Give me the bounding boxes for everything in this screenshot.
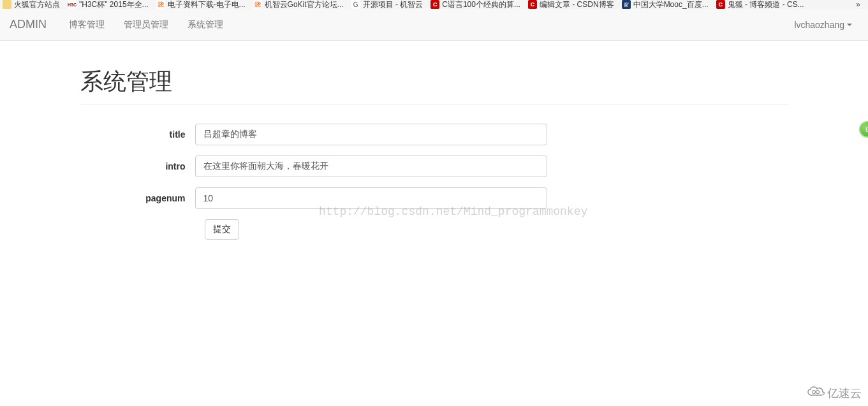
bookmark-item[interactable]: 烧 电子资料下载-电子电... bbox=[156, 0, 246, 9]
svg-point-1 bbox=[816, 391, 820, 394]
input-pagenum[interactable] bbox=[195, 187, 547, 209]
bookmark-label: 编辑文章 - CSDN博客 bbox=[540, 0, 614, 9]
label-pagenum: pagenum bbox=[80, 193, 195, 203]
bookmark-item[interactable]: 烧 机智云GoKit官方论坛... bbox=[253, 0, 344, 9]
bookmark-item[interactable]: 窗 中国大学Mooc_百度... bbox=[622, 0, 709, 9]
nav-blog-manage[interactable]: 博客管理 bbox=[59, 19, 114, 31]
form-group-pagenum: pagenum bbox=[80, 187, 788, 209]
nav-system-manage[interactable]: 系统管理 bbox=[178, 19, 233, 31]
chevron-down-icon bbox=[847, 24, 852, 26]
h3c-icon: H3C bbox=[68, 0, 77, 9]
bookmark-item[interactable]: G 开源项目 - 机智云 bbox=[351, 0, 423, 9]
bookmark-label: 电子资料下载-电子电... bbox=[168, 0, 246, 9]
form-group-title: title bbox=[80, 124, 788, 145]
label-intro: intro bbox=[80, 161, 195, 171]
bookmark-label: "H3C杯" 2015年全... bbox=[79, 0, 149, 9]
bookmarks-more[interactable]: » bbox=[856, 0, 865, 9]
blue-icon: 窗 bbox=[622, 0, 631, 9]
csdn-icon: C bbox=[528, 0, 537, 9]
bookmark-item[interactable]: C C语言100个经典的算... bbox=[430, 0, 520, 9]
input-intro[interactable] bbox=[195, 156, 547, 177]
gear-icon: G bbox=[351, 0, 360, 9]
csdn-icon: C bbox=[716, 0, 725, 9]
input-title[interactable] bbox=[195, 124, 547, 145]
folder-icon bbox=[3, 0, 11, 9]
bookmark-item[interactable]: 火狐官方站点 bbox=[3, 0, 60, 9]
edge-badge[interactable]: 6 bbox=[859, 121, 868, 138]
page-header: 系统管理 bbox=[80, 41, 788, 105]
form-group-intro: intro bbox=[80, 156, 788, 177]
main-container: 系统管理 title intro pagenum 提交 bbox=[71, 41, 798, 240]
user-dropdown[interactable]: lvchaozhang bbox=[794, 20, 858, 30]
submit-button[interactable]: 提交 bbox=[205, 219, 239, 240]
navbar: ADMIN 博客管理 管理员管理 系统管理 lvchaozhang bbox=[0, 9, 868, 41]
site-logo-text: 亿速云 bbox=[827, 386, 862, 401]
bookmark-label: 开源项目 - 机智云 bbox=[363, 0, 423, 9]
csdn-icon: C bbox=[430, 0, 439, 9]
bookmarks-bar: 火狐官方站点 H3C "H3C杯" 2015年全... 烧 电子资料下载-电子电… bbox=[0, 0, 868, 9]
user-name: lvchaozhang bbox=[794, 20, 844, 30]
bookmark-label: 火狐官方站点 bbox=[14, 0, 60, 9]
bookmark-label: 中国大学Mooc_百度... bbox=[633, 0, 709, 9]
bookmark-item[interactable]: C 鬼狐 - 博客频道 - CS... bbox=[716, 0, 804, 9]
form-group-submit: 提交 bbox=[80, 219, 788, 240]
navbar-brand[interactable]: ADMIN bbox=[10, 18, 59, 31]
nav-admin-manage[interactable]: 管理员管理 bbox=[114, 19, 178, 31]
site-logo: 亿速云 bbox=[807, 385, 862, 401]
bookmark-item[interactable]: C 编辑文章 - CSDN博客 bbox=[528, 0, 614, 9]
label-title: title bbox=[80, 129, 195, 140]
svg-point-0 bbox=[813, 391, 816, 394]
cloud-icon bbox=[807, 385, 825, 401]
fire-icon: 烧 bbox=[156, 0, 165, 9]
fire-icon: 烧 bbox=[253, 0, 262, 9]
bookmark-label: 鬼狐 - 博客频道 - CS... bbox=[728, 0, 804, 9]
page-title: 系统管理 bbox=[80, 66, 788, 98]
bookmark-item[interactable]: H3C "H3C杯" 2015年全... bbox=[68, 0, 149, 9]
bookmark-label: C语言100个经典的算... bbox=[442, 0, 520, 9]
settings-form: title intro pagenum 提交 bbox=[80, 117, 788, 240]
bookmark-label: 机智云GoKit官方论坛... bbox=[265, 0, 344, 9]
